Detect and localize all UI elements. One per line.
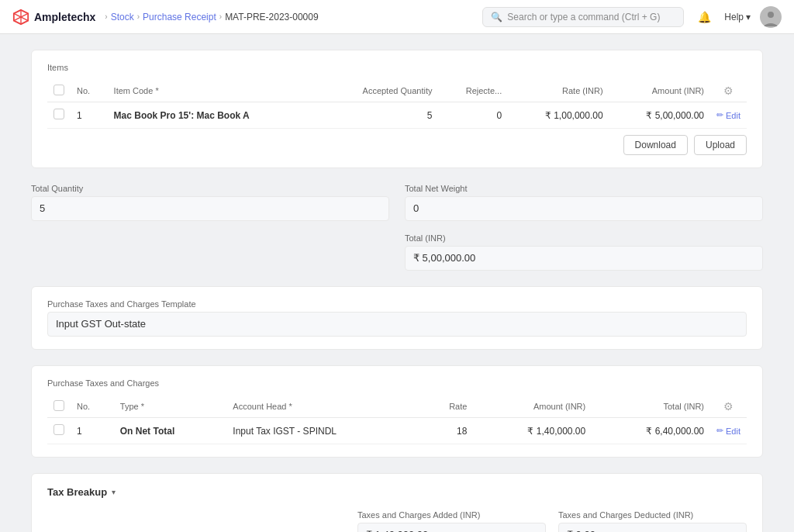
- topbar-right: 🔍 Search or type a command (Ctrl + G) 🔔 …: [482, 6, 782, 28]
- items-table-head: No. Item Code * Accepted Quantity Reject…: [47, 80, 747, 102]
- tax-breakup-chevron-icon: ▾: [112, 488, 116, 496]
- tax-col-amount: Amount (INR): [473, 396, 592, 418]
- tax-col-no: No.: [71, 396, 114, 418]
- right-totals: Total Net Weight 0 Total (INR) ₹ 5,00,00…: [405, 184, 763, 271]
- tax-row-checkbox[interactable]: [54, 424, 64, 435]
- breadcrumb-stock[interactable]: Stock: [111, 12, 134, 22]
- tax-col-settings: ⚙: [710, 396, 747, 418]
- item-edit-button[interactable]: ✏ Edit: [716, 110, 740, 120]
- total-inr-value: ₹ 5,00,000.00: [405, 246, 763, 271]
- taxes-table-body: 1 On Net Total Input Tax IGST - SPINDL 1…: [47, 418, 747, 444]
- breadcrumb-sep-1: ›: [137, 12, 140, 21]
- taxes-added-label: Taxes and Charges Added (INR): [357, 510, 546, 520]
- col-accepted-qty: Accepted Quantity: [320, 80, 438, 102]
- tax-col-checkbox: [47, 396, 71, 418]
- header-checkbox[interactable]: [54, 85, 64, 95]
- total-net-weight-group: Total Net Weight 0: [405, 184, 763, 221]
- edit-label: Edit: [726, 111, 740, 120]
- topbar: Ampletechx › Stock › Purchase Receipt › …: [0, 0, 794, 34]
- pencil-icon: ✏: [716, 110, 723, 120]
- brand-name: Ampletechx: [34, 11, 95, 23]
- help-label: Help: [724, 12, 744, 22]
- col-no: No.: [71, 80, 108, 102]
- taxes-template-section: Purchase Taxes and Charges Template Inpu…: [31, 286, 763, 350]
- tax-row-total: ₹ 6,40,000.00: [592, 418, 710, 444]
- taxes-template-group: Purchase Taxes and Charges Template Inpu…: [47, 299, 747, 337]
- row-checkbox-cell: [47, 102, 71, 129]
- col-item-code: Item Code *: [108, 80, 321, 102]
- avatar-icon: [760, 6, 782, 28]
- row-checkbox[interactable]: [54, 109, 64, 119]
- download-button[interactable]: Download: [623, 135, 688, 155]
- items-action-row: Download Upload: [47, 135, 747, 155]
- total-quantity-label: Total Quantity: [31, 184, 389, 193]
- col-checkbox: [47, 80, 71, 102]
- col-rejected: Rejecte...: [438, 80, 508, 102]
- total-net-weight-value: 0: [405, 196, 763, 221]
- taxes-charges-section: Purchase Taxes and Charges No. Type * Ac…: [31, 365, 763, 458]
- tax-row-edit-cell: ✏ Edit: [710, 418, 747, 444]
- upload-button[interactable]: Upload: [694, 135, 747, 155]
- row-rejected-qty: 0: [438, 102, 508, 129]
- breadcrumb-sep-0: ›: [105, 12, 107, 21]
- col-rate: Rate (INR): [508, 80, 609, 102]
- search-placeholder: Search or type a command (Ctrl + G): [507, 12, 660, 22]
- tax-breakup-title: Tax Breakup: [47, 486, 107, 498]
- taxes-added-group: Taxes and Charges Added (INR) ₹ 1,40,000…: [357, 510, 546, 532]
- row-amount: ₹ 5,00,000.00: [609, 102, 710, 129]
- tax-breakup-section: Tax Breakup ▾ Taxes and Charges Added (I…: [31, 473, 763, 532]
- taxes-table-head: No. Type * Account Head * Rate Amount (I…: [47, 396, 747, 418]
- total-inr-group: Total (INR) ₹ 5,00,000.00: [405, 233, 763, 271]
- items-table: No. Item Code * Accepted Quantity Reject…: [47, 80, 747, 129]
- tax-col-type: Type *: [114, 396, 227, 418]
- taxes-deducted-group: Taxes and Charges Deducted (INR) ₹ 0.00: [558, 510, 747, 532]
- col-settings: ⚙: [710, 80, 747, 102]
- tax-col-account: Account Head *: [226, 396, 422, 418]
- notification-bell[interactable]: 🔔: [693, 6, 715, 28]
- tax-row-amount: ₹ 1,40,000.00: [473, 418, 592, 444]
- taxes-deducted-value: ₹ 0.00: [558, 523, 747, 532]
- row-accepted-qty: 5: [320, 102, 438, 129]
- totals-section: Total Quantity 5 Total Net Weight 0 Tota…: [31, 184, 763, 271]
- breadcrumb-purchase-receipt[interactable]: Purchase Receipt: [143, 12, 216, 22]
- table-row: 1 On Net Total Input Tax IGST - SPINDL 1…: [47, 418, 747, 444]
- taxes-table: No. Type * Account Head * Rate Amount (I…: [47, 396, 747, 444]
- table-row: 1 Mac Book Pro 15': Mac Book A 5 0 ₹ 1,0…: [47, 102, 747, 129]
- brand-logo[interactable]: Ampletechx: [12, 9, 95, 26]
- items-section: Items No. Item Code * Accepted Quantity …: [31, 50, 763, 168]
- taxes-added-value: ₹ 1,40,000.00: [357, 523, 546, 532]
- taxes-template-label: Purchase Taxes and Charges Template: [47, 299, 747, 309]
- total-inr-label: Total (INR): [405, 233, 763, 243]
- help-chevron-icon: ▾: [746, 12, 751, 22]
- items-settings-icon[interactable]: ⚙: [723, 85, 734, 97]
- search-bar[interactable]: 🔍 Search or type a command (Ctrl + G): [482, 7, 684, 27]
- tax-col-total: Total (INR): [592, 396, 710, 418]
- row-edit-cell: ✏ Edit: [710, 102, 747, 129]
- col-amount: Amount (INR): [609, 80, 710, 102]
- taxes-settings-icon[interactable]: ⚙: [723, 400, 734, 413]
- tax-pencil-icon: ✏: [716, 426, 723, 436]
- tax-row-no: 1: [71, 418, 114, 444]
- search-icon: 🔍: [491, 12, 502, 22]
- tax-edit-label: Edit: [726, 427, 740, 436]
- total-net-weight-label: Total Net Weight: [405, 184, 763, 193]
- items-label: Items: [47, 63, 747, 72]
- row-rate: ₹ 1,00,000.00: [508, 102, 609, 129]
- tax-edit-button[interactable]: ✏ Edit: [716, 426, 740, 436]
- items-table-body: 1 Mac Book Pro 15': Mac Book A 5 0 ₹ 1,0…: [47, 102, 747, 129]
- taxes-template-value: Input GST Out-state: [47, 312, 747, 337]
- tax-row-rate: 18: [422, 418, 473, 444]
- help-button[interactable]: Help ▾: [724, 12, 751, 22]
- logo-icon: [12, 9, 29, 26]
- total-quantity-value: 5: [31, 196, 389, 221]
- tax-header-checkbox[interactable]: [54, 400, 64, 411]
- tax-breakup-header[interactable]: Tax Breakup ▾: [47, 486, 747, 498]
- taxes-charges-label: Purchase Taxes and Charges: [47, 378, 747, 388]
- user-avatar[interactable]: [760, 6, 782, 28]
- row-item-code: Mac Book Pro 15': Mac Book A: [108, 102, 321, 129]
- breadcrumb-sep-2: ›: [219, 12, 222, 21]
- main-content: Items No. Item Code * Accepted Quantity …: [0, 34, 794, 532]
- svg-point-5: [768, 12, 774, 18]
- tax-col-rate: Rate: [422, 396, 473, 418]
- row-no: 1: [71, 102, 108, 129]
